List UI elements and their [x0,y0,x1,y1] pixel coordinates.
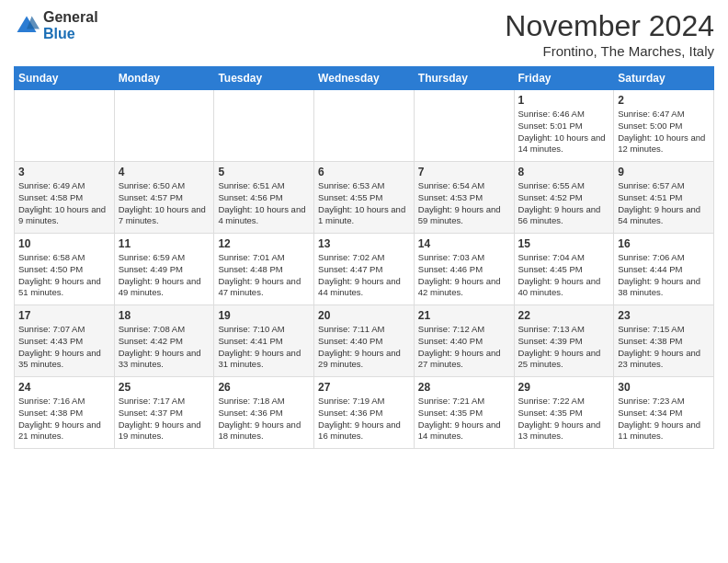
col-tuesday: Tuesday [214,67,314,90]
day-info: Sunrise: 6:47 AM Sunset: 5:00 PM Dayligh… [618,109,710,155]
day-info: Sunrise: 7:04 AM Sunset: 4:45 PM Dayligh… [518,252,610,299]
day-info: Sunrise: 6:55 AM Sunset: 4:52 PM Dayligh… [518,180,610,227]
calendar-cell: 19Sunrise: 7:10 AM Sunset: 4:41 PM Dayli… [214,305,314,377]
calendar-cell: 22Sunrise: 7:13 AM Sunset: 4:39 PM Dayli… [514,305,614,377]
day-number: 8 [518,166,610,178]
calendar-cell: 26Sunrise: 7:18 AM Sunset: 4:36 PM Dayli… [214,377,314,449]
day-info: Sunrise: 6:50 AM Sunset: 4:57 PM Dayligh… [119,180,210,227]
col-sunday: Sunday [15,67,115,90]
day-info: Sunrise: 7:06 AM Sunset: 4:44 PM Dayligh… [618,252,710,299]
day-number: 22 [518,309,610,322]
calendar-cell: 1Sunrise: 6:46 AM Sunset: 5:01 PM Daylig… [514,90,614,162]
calendar-cell: 21Sunrise: 7:12 AM Sunset: 4:40 PM Dayli… [414,305,514,377]
logo-general: General [43,9,98,26]
day-info: Sunrise: 7:01 AM Sunset: 4:48 PM Dayligh… [218,252,310,299]
day-number: 2 [618,94,710,107]
day-info: Sunrise: 7:11 AM Sunset: 4:40 PM Dayligh… [318,324,410,371]
calendar-cell: 23Sunrise: 7:15 AM Sunset: 4:38 PM Dayli… [614,305,714,377]
calendar-cell [314,90,415,162]
day-info: Sunrise: 7:12 AM Sunset: 4:40 PM Dayligh… [418,324,510,371]
day-info: Sunrise: 7:19 AM Sunset: 4:36 PM Dayligh… [318,396,410,442]
calendar-cell: 2Sunrise: 6:47 AM Sunset: 5:00 PM Daylig… [614,90,714,162]
calendar-cell [114,90,214,162]
day-info: Sunrise: 7:03 AM Sunset: 4:46 PM Dayligh… [418,252,510,299]
day-number: 6 [318,166,410,178]
calendar-cell: 4Sunrise: 6:50 AM Sunset: 4:57 PM Daylig… [114,162,214,234]
day-number: 28 [418,381,510,394]
day-number: 30 [618,381,710,394]
calendar-week-2: 3Sunrise: 6:49 AM Sunset: 4:58 PM Daylig… [15,162,714,234]
day-number: 12 [218,237,310,250]
day-number: 5 [218,166,310,178]
calendar-cell: 10Sunrise: 6:58 AM Sunset: 4:50 PM Dayli… [15,234,115,305]
day-number: 24 [18,381,110,394]
calendar-cell: 13Sunrise: 7:02 AM Sunset: 4:47 PM Dayli… [314,234,415,305]
day-info: Sunrise: 7:02 AM Sunset: 4:47 PM Dayligh… [318,252,410,299]
calendar-cell: 20Sunrise: 7:11 AM Sunset: 4:40 PM Dayli… [314,305,415,377]
day-info: Sunrise: 7:07 AM Sunset: 4:43 PM Dayligh… [18,324,110,371]
day-info: Sunrise: 6:49 AM Sunset: 4:58 PM Dayligh… [18,180,110,227]
day-number: 26 [218,381,310,394]
calendar-cell: 8Sunrise: 6:55 AM Sunset: 4:52 PM Daylig… [514,162,614,234]
day-info: Sunrise: 7:22 AM Sunset: 4:35 PM Dayligh… [518,396,610,442]
calendar-cell: 27Sunrise: 7:19 AM Sunset: 4:36 PM Dayli… [314,377,415,449]
day-info: Sunrise: 7:15 AM Sunset: 4:38 PM Dayligh… [618,324,710,371]
calendar-week-1: 1Sunrise: 6:46 AM Sunset: 5:01 PM Daylig… [15,90,714,162]
day-number: 18 [119,309,210,322]
calendar-cell: 16Sunrise: 7:06 AM Sunset: 4:44 PM Dayli… [614,234,714,305]
calendar-cell: 5Sunrise: 6:51 AM Sunset: 4:56 PM Daylig… [214,162,314,234]
day-info: Sunrise: 6:59 AM Sunset: 4:49 PM Dayligh… [119,252,210,299]
col-saturday: Saturday [614,67,714,90]
calendar-cell [15,90,115,162]
location-subtitle: Frontino, The Marches, Italy [505,43,714,59]
calendar-cell: 15Sunrise: 7:04 AM Sunset: 4:45 PM Dayli… [514,234,614,305]
calendar-header: Sunday Monday Tuesday Wednesday Thursday… [15,67,714,90]
calendar-table: Sunday Monday Tuesday Wednesday Thursday… [14,66,714,449]
day-number: 17 [18,309,110,322]
day-number: 20 [318,309,410,322]
title-block: November 2024 Frontino, The Marches, Ita… [505,9,714,59]
day-info: Sunrise: 6:51 AM Sunset: 4:56 PM Dayligh… [218,180,310,227]
calendar-cell: 29Sunrise: 7:22 AM Sunset: 4:35 PM Dayli… [514,377,614,449]
day-info: Sunrise: 7:18 AM Sunset: 4:36 PM Dayligh… [218,396,310,442]
calendar-cell: 18Sunrise: 7:08 AM Sunset: 4:42 PM Dayli… [114,305,214,377]
day-info: Sunrise: 7:16 AM Sunset: 4:38 PM Dayligh… [18,396,110,442]
col-wednesday: Wednesday [314,67,415,90]
day-info: Sunrise: 6:58 AM Sunset: 4:50 PM Dayligh… [18,252,110,299]
calendar-cell: 14Sunrise: 7:03 AM Sunset: 4:46 PM Dayli… [414,234,514,305]
calendar-cell: 30Sunrise: 7:23 AM Sunset: 4:34 PM Dayli… [614,377,714,449]
day-info: Sunrise: 7:13 AM Sunset: 4:39 PM Dayligh… [518,324,610,371]
calendar-cell [214,90,314,162]
logo-blue: Blue [43,26,98,42]
day-number: 29 [518,381,610,394]
day-number: 4 [119,166,210,178]
col-monday: Monday [114,67,214,90]
day-info: Sunrise: 6:57 AM Sunset: 4:51 PM Dayligh… [618,180,710,227]
calendar-cell: 11Sunrise: 6:59 AM Sunset: 4:49 PM Dayli… [114,234,214,305]
month-title: November 2024 [505,9,714,43]
day-number: 19 [218,309,310,322]
day-number: 13 [318,237,410,250]
col-friday: Friday [514,67,614,90]
calendar-cell: 17Sunrise: 7:07 AM Sunset: 4:43 PM Dayli… [15,305,115,377]
day-number: 1 [518,94,610,107]
calendar-cell: 9Sunrise: 6:57 AM Sunset: 4:51 PM Daylig… [614,162,714,234]
day-info: Sunrise: 6:53 AM Sunset: 4:55 PM Dayligh… [318,180,410,227]
calendar-week-4: 17Sunrise: 7:07 AM Sunset: 4:43 PM Dayli… [15,305,714,377]
day-info: Sunrise: 7:21 AM Sunset: 4:35 PM Dayligh… [418,396,510,442]
day-number: 7 [418,166,510,178]
day-info: Sunrise: 6:54 AM Sunset: 4:53 PM Dayligh… [418,180,510,227]
day-number: 16 [618,237,710,250]
day-number: 15 [518,237,610,250]
calendar-cell: 3Sunrise: 6:49 AM Sunset: 4:58 PM Daylig… [15,162,115,234]
logo-text: General Blue [43,9,98,41]
day-number: 10 [18,237,110,250]
day-number: 9 [618,166,710,178]
calendar-body: 1Sunrise: 6:46 AM Sunset: 5:01 PM Daylig… [15,90,714,449]
calendar-cell: 7Sunrise: 6:54 AM Sunset: 4:53 PM Daylig… [414,162,514,234]
calendar-cell: 25Sunrise: 7:17 AM Sunset: 4:37 PM Dayli… [114,377,214,449]
calendar-cell: 12Sunrise: 7:01 AM Sunset: 4:48 PM Dayli… [214,234,314,305]
day-number: 25 [119,381,210,394]
day-number: 3 [18,166,110,178]
page-header: General Blue November 2024 Frontino, The… [14,9,714,59]
